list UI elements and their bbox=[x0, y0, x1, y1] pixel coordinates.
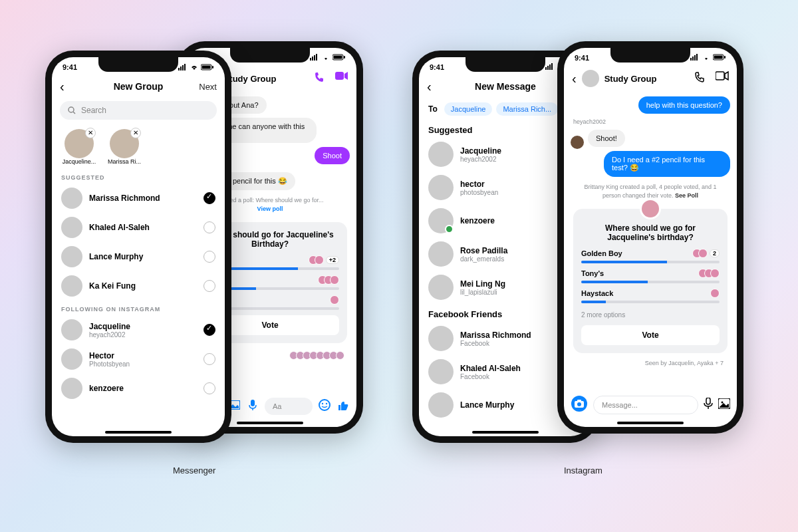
checkbox[interactable] bbox=[203, 251, 215, 263]
svg-rect-23 bbox=[251, 400, 255, 406]
contact-row[interactable]: Jacquelineheyach2002 bbox=[52, 315, 225, 344]
svg-point-45 bbox=[577, 402, 581, 406]
emoji-icon[interactable] bbox=[318, 399, 331, 414]
contact-row[interactable]: Lance Murphy bbox=[52, 242, 225, 271]
svg-rect-47 bbox=[706, 398, 710, 404]
contact-row[interactable]: Marissa Richmond bbox=[52, 184, 225, 213]
recipient-tag[interactable]: Marissa Rich... bbox=[496, 102, 558, 116]
vote-button[interactable]: Vote bbox=[581, 325, 720, 345]
avatar bbox=[428, 208, 454, 233]
svg-rect-6 bbox=[212, 66, 213, 68]
mic-icon[interactable] bbox=[246, 400, 259, 413]
contact-name: Marissa Richmond bbox=[460, 331, 531, 340]
camera-icon[interactable] bbox=[571, 395, 588, 415]
recipient-tag[interactable]: Jacqueline bbox=[444, 102, 493, 116]
status-time: 9:41 bbox=[430, 63, 444, 71]
page-title: New Message bbox=[475, 81, 536, 92]
contact-name: Ka Kei Fung bbox=[89, 281, 136, 291]
to-label: To bbox=[428, 104, 438, 114]
selected-chip[interactable]: ✕ Marissa Ri... bbox=[106, 129, 142, 165]
checkbox[interactable] bbox=[203, 280, 215, 292]
message-outgoing[interactable]: help with this question? bbox=[638, 96, 730, 114]
svg-rect-16 bbox=[335, 72, 344, 80]
chat-title[interactable]: Study Group bbox=[224, 74, 277, 84]
view-poll-link[interactable]: View poll bbox=[257, 205, 283, 212]
svg-rect-30 bbox=[549, 65, 551, 70]
sender-name: heyach2002 bbox=[571, 116, 730, 128]
svg-point-27 bbox=[326, 403, 327, 404]
poll-card[interactable]: Where should we go for Jacqueline's birt… bbox=[573, 209, 728, 353]
navbar: ‹ New Group Next bbox=[52, 74, 225, 98]
image-icon[interactable] bbox=[718, 398, 730, 412]
poll-option-label: Tony's bbox=[581, 269, 604, 277]
message-outgoing[interactable]: Shoot bbox=[315, 147, 350, 164]
remove-icon[interactable]: ✕ bbox=[130, 128, 141, 138]
chat-title[interactable]: Study Group bbox=[604, 74, 657, 84]
search-input[interactable]: Search bbox=[60, 101, 217, 120]
contact-row[interactable]: HectorPhototsbyean bbox=[52, 344, 225, 374]
selected-chip[interactable]: ✕ Jacqueline... bbox=[61, 129, 97, 165]
poll-option[interactable]: Tony's bbox=[581, 269, 720, 283]
poll-more-options[interactable]: 2 more options bbox=[581, 309, 720, 321]
checkbox[interactable] bbox=[203, 221, 215, 233]
composer: Message... bbox=[564, 391, 737, 419]
contact-name: Khaled Al-Saleh bbox=[460, 364, 521, 373]
back-icon[interactable]: ‹ bbox=[572, 71, 577, 86]
poll-count: 2 bbox=[710, 249, 720, 257]
contact-row[interactable]: Khaled Al-Saleh bbox=[52, 213, 225, 242]
contact-name: Hector bbox=[89, 351, 130, 360]
contact-name: kenzoere bbox=[89, 384, 124, 393]
avatar bbox=[61, 275, 82, 297]
phone-call-icon[interactable] bbox=[694, 71, 706, 86]
contact-row[interactable]: Ka Kei Fung bbox=[52, 271, 225, 301]
svg-line-8 bbox=[73, 112, 75, 114]
checkbox-checked[interactable] bbox=[203, 192, 215, 204]
checkbox-checked[interactable] bbox=[203, 324, 215, 336]
poll-option-label: Golden Boy bbox=[581, 249, 622, 257]
contact-name: Mei Ling Ng bbox=[460, 279, 505, 289]
chip-name: Jacqueline... bbox=[63, 158, 96, 165]
search-placeholder: Search bbox=[81, 106, 106, 115]
message-input[interactable]: Aa bbox=[265, 398, 313, 415]
video-call-icon[interactable] bbox=[716, 71, 729, 86]
next-button[interactable]: Next bbox=[199, 82, 217, 92]
message-incoming[interactable]: Shoot! bbox=[588, 130, 625, 147]
svg-rect-42 bbox=[716, 72, 724, 80]
message-outgoing[interactable]: Do I need a #2 pencil for this test? 😂 bbox=[604, 151, 730, 177]
poll-option[interactable]: Golden Boy2 bbox=[581, 249, 720, 263]
remove-icon[interactable]: ✕ bbox=[85, 128, 96, 138]
message-area[interactable]: help with this question? heyach2002 Shoo… bbox=[564, 92, 737, 366]
contact-name: hector bbox=[460, 180, 498, 189]
svg-rect-10 bbox=[312, 57, 313, 61]
seen-by-text: Seen by Jacquelin, Ayaka + 7 bbox=[571, 358, 730, 366]
contact-sub: heyach2002 bbox=[460, 156, 501, 163]
avatar[interactable] bbox=[582, 70, 599, 87]
phone-call-icon[interactable] bbox=[314, 71, 326, 86]
svg-rect-37 bbox=[694, 55, 696, 61]
contact-name: Lance Murphy bbox=[89, 252, 143, 261]
svg-rect-5 bbox=[202, 66, 211, 69]
poll-option[interactable]: Haystack bbox=[581, 289, 720, 303]
signal-icon bbox=[690, 54, 700, 62]
back-icon[interactable]: ‹ bbox=[427, 79, 432, 94]
svg-rect-31 bbox=[551, 63, 553, 70]
contact-name: Lance Murphy bbox=[460, 400, 514, 410]
status-time: 9:41 bbox=[63, 63, 77, 71]
selected-contacts: ✕ Jacqueline... ✕ Marissa Ri... bbox=[52, 122, 225, 169]
svg-rect-46 bbox=[577, 400, 581, 402]
see-poll-link[interactable]: See Poll bbox=[675, 192, 698, 199]
checkbox[interactable] bbox=[203, 382, 215, 394]
battery-icon bbox=[332, 54, 346, 62]
like-icon[interactable] bbox=[336, 399, 350, 414]
video-call-icon[interactable] bbox=[335, 71, 348, 86]
back-icon[interactable]: ‹ bbox=[60, 79, 65, 94]
message-input[interactable]: Message... bbox=[593, 396, 698, 414]
page-title: New Group bbox=[114, 81, 164, 92]
status-icons bbox=[178, 64, 214, 70]
contact-row[interactable]: kenzoere bbox=[52, 374, 225, 403]
search-icon bbox=[68, 106, 76, 114]
svg-rect-29 bbox=[547, 66, 549, 70]
svg-rect-38 bbox=[696, 54, 698, 61]
checkbox[interactable] bbox=[203, 353, 215, 365]
mic-icon[interactable] bbox=[704, 398, 713, 412]
